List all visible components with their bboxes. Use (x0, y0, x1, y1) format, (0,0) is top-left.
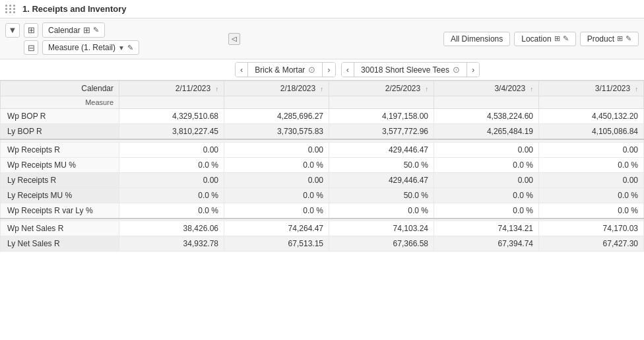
cell-1-3: 4,265,484.19 (434, 124, 539, 140)
location-filter-nav: ‹ Brick & Mortar ⊙ › (235, 62, 336, 77)
dimension-row: All Dimensions Location ⊞ ✎ Product ⊞ ✎ (443, 32, 639, 46)
date-col-3: 2/25/2023 ↑ (329, 81, 434, 96)
cell-10-0: 34,932.78 (119, 236, 224, 252)
location-label: Location (521, 34, 551, 44)
cell-9-4: 74,170.03 (539, 221, 644, 236)
table-row: Ly Net Sales R34,932.7867,513.1567,366.5… (1, 236, 644, 252)
cell-10-3: 67,394.74 (434, 236, 539, 252)
location-prev-button[interactable]: ‹ (236, 63, 248, 77)
product-next-button[interactable]: › (467, 63, 479, 77)
cell-0-2: 4,197,158.00 (329, 109, 434, 124)
cell-6-2: 50.0 % (329, 187, 434, 203)
table-row: Wp BOP R4,329,510.684,285,696.274,197,15… (1, 109, 644, 124)
product-prev-button[interactable]: ‹ (342, 63, 354, 77)
panel-collapse-button[interactable]: ⊟ (24, 40, 38, 55)
table-row: Wp Net Sales R38,426.0674,264.4774,103.2… (1, 221, 644, 236)
spacer (5, 40, 20, 55)
layout-button[interactable]: ⊞ (24, 23, 38, 38)
measure-col-3 (329, 96, 434, 109)
cell-6-3: 0.0 % (434, 187, 539, 203)
cell-1-4: 4,105,086.84 (539, 124, 644, 140)
cell-0-4: 4,450,132.20 (539, 109, 644, 124)
cell-10-1: 67,513.15 (224, 236, 329, 252)
measure-pencil-icon: ✎ (127, 44, 133, 52)
row-label: Ly Receipts MU % (1, 187, 119, 203)
row-label: Ly BOP R (1, 124, 119, 140)
sort-icon-3[interactable]: ↑ (426, 86, 429, 92)
cell-3-2: 429,446.47 (329, 142, 434, 157)
calendar-label: Calendar (48, 26, 80, 35)
sort-icon-1[interactable]: ↑ (216, 86, 219, 92)
product-filter-nav: ‹ 30018 Short Sleeve Tees ⊙ › (341, 62, 480, 77)
cell-6-1: 0.0 % (224, 187, 329, 203)
sort-icon-4[interactable]: ↑ (531, 86, 534, 92)
all-dimensions-button[interactable]: All Dimensions (443, 32, 510, 46)
table-row: Ly Receipts R0.000.00429,446.470.000.00 (1, 172, 644, 187)
date-col-4: 3/4/2023 ↑ (434, 81, 539, 96)
cell-9-0: 38,426.06 (119, 221, 224, 236)
table-container: Calendar 2/11/2023 ↑ 2/18/2023 ↑ 2/25/20… (0, 81, 644, 252)
cell-0-1: 4,285,696.27 (224, 109, 329, 124)
cell-5-3: 0.00 (434, 172, 539, 187)
row-label: Wp Receipts R var Ly % (1, 203, 119, 219)
location-next-button[interactable]: › (322, 63, 335, 77)
row-label: Wp Receipts R (1, 142, 119, 157)
cell-7-1: 0.0 % (224, 203, 329, 219)
cell-7-4: 0.0 % (539, 203, 644, 219)
data-table: Calendar 2/11/2023 ↑ 2/18/2023 ↑ 2/25/20… (0, 81, 644, 252)
cell-4-3: 0.0 % (434, 157, 539, 172)
table-row: Wp Receipts R var Ly %0.0 %0.0 %0.0 %0.0… (1, 203, 644, 219)
product-button[interactable]: Product ⊞ ✎ (580, 32, 639, 46)
sort-icon-5[interactable]: ↑ (635, 86, 639, 92)
cell-6-4: 0.0 % (539, 187, 644, 203)
collapse-button[interactable]: ▼ (5, 23, 20, 38)
product-settings-icon: ⊙ (453, 65, 460, 75)
date-col-5: 3/11/2023 ↑ (539, 81, 644, 96)
calendar-button[interactable]: Calendar ⊞ ✎ (42, 22, 105, 38)
date-header-row: Calendar 2/11/2023 ↑ 2/18/2023 ↑ 2/25/20… (1, 81, 644, 96)
measure-col-5 (539, 96, 644, 109)
measure-col-4 (434, 96, 539, 109)
cell-3-1: 0.00 (224, 142, 329, 157)
cell-5-0: 0.00 (119, 172, 224, 187)
location-settings-icon: ⊙ (308, 65, 315, 75)
location-filter-label: Brick & Mortar ⊙ (248, 63, 322, 77)
cell-10-2: 67,366.58 (329, 236, 434, 252)
product-pencil-icon: ✎ (626, 34, 631, 43)
measure-header: Measure (1, 96, 119, 109)
table-row: Wp Receipts R0.000.00429,446.470.000.00 (1, 142, 644, 157)
toolbar-row-2: ⊟ Measure (1. Retail) ▼ ✎ (5, 40, 223, 55)
cell-6-0: 0.0 % (119, 187, 224, 203)
dropdown-arrow-icon: ▼ (118, 44, 125, 51)
cell-3-3: 0.00 (434, 142, 539, 157)
sort-icon-2[interactable]: ↑ (321, 86, 324, 92)
table-row: Ly BOP R3,810,227.453,730,575.833,577,77… (1, 124, 644, 140)
table-row: Wp Receipts MU %0.0 %0.0 %50.0 %0.0 %0.0… (1, 157, 644, 172)
row-label: Ly Receipts R (1, 172, 119, 187)
panel-collapse-small[interactable]: ◁ (228, 33, 240, 45)
measure-header-row: Measure (1, 96, 644, 109)
cell-4-0: 0.0 % (119, 157, 224, 172)
product-network-icon: ⊞ (617, 34, 623, 43)
measure-label: Measure (1. Retail) (48, 43, 115, 52)
table-body: Wp BOP R4,329,510.684,285,696.274,197,15… (1, 109, 644, 252)
date-col-1: 2/11/2023 ↑ (119, 81, 224, 96)
cell-9-3: 74,134.21 (434, 221, 539, 236)
location-button[interactable]: Location ⊞ ✎ (514, 32, 575, 46)
brick-mortar-text: Brick & Mortar (255, 65, 305, 75)
measure-col-2 (224, 96, 329, 109)
cell-3-4: 0.00 (539, 142, 644, 157)
measure-button[interactable]: Measure (1. Retail) ▼ ✎ (42, 40, 139, 55)
date-col-2: 2/18/2023 ↑ (224, 81, 329, 96)
location-network-icon: ⊞ (554, 34, 560, 43)
all-dimensions-label: All Dimensions (451, 34, 503, 44)
cell-10-4: 67,427.30 (539, 236, 644, 252)
cell-0-0: 4,329,510.68 (119, 109, 224, 124)
pencil-icon: ✎ (93, 26, 99, 34)
drag-handle-icon (5, 5, 16, 13)
toolbar-left: ▼ ⊞ Calendar ⊞ ✎ ⊟ Measure (1. Retail) ▼… (5, 22, 223, 55)
cell-1-1: 3,730,575.83 (224, 124, 329, 140)
row-label: Wp Net Sales R (1, 221, 119, 236)
title-bar: 1. Receipts and Inventory (0, 0, 644, 18)
cell-1-2: 3,577,772.96 (329, 124, 434, 140)
